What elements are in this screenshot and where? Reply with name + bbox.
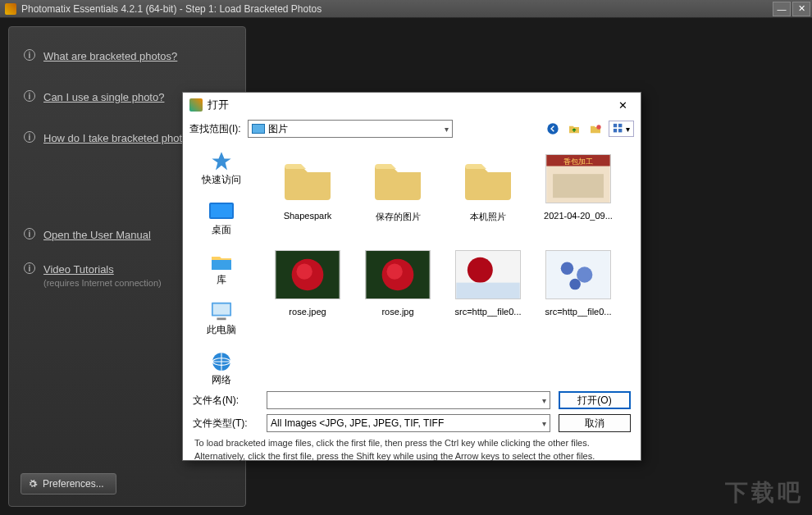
svg-point-23 — [386, 263, 402, 279]
back-icon[interactable] — [545, 121, 561, 137]
image-item[interactable]: src=http__file0... — [539, 244, 618, 317]
image-thumbnail — [454, 244, 522, 305]
item-label: rose.jpg — [381, 307, 413, 317]
svg-rect-5 — [618, 129, 622, 132]
image-thumbnail — [363, 244, 432, 305]
filename-label: 文件名(N): — [193, 394, 258, 408]
folder-item[interactable]: 保存的图片 — [358, 148, 437, 223]
preferences-button[interactable]: Preferences... — [21, 473, 116, 494]
image-item[interactable]: 香包加工2021-04-20_09... — [539, 148, 618, 223]
lookin-value: 图片 — [268, 122, 288, 136]
cancel-button[interactable]: 取消 — [559, 414, 631, 432]
folder-icon — [454, 148, 522, 209]
item-label: Shapespark — [284, 211, 332, 221]
open-button[interactable]: 打开(O) — [559, 391, 631, 409]
dialog-title: 打开 — [208, 98, 229, 112]
svg-rect-10 — [213, 304, 230, 315]
tip-line-1: To load bracketed image files, click the… — [193, 437, 631, 449]
item-label: rose.jpeg — [289, 307, 326, 317]
item-label: 2021-04-20_09... — [544, 211, 613, 221]
info-icon: i — [24, 49, 35, 61]
places-bar: 快速访问桌面库此电脑网络 — [183, 140, 260, 386]
place-thispc[interactable]: 此电脑 — [183, 295, 260, 345]
svg-point-29 — [577, 267, 592, 282]
place-network[interactable]: 网络 — [183, 345, 260, 395]
item-label: src=http__file0... — [454, 307, 521, 317]
place-label: 此电脑 — [207, 323, 236, 337]
image-thumbnail — [544, 244, 613, 305]
info-icon: i — [24, 131, 35, 143]
svg-point-28 — [561, 262, 573, 275]
item-label: src=http__file0... — [545, 307, 611, 317]
filetype-label: 文件类型(T): — [193, 417, 258, 431]
preferences-label: Preferences... — [43, 478, 104, 490]
place-desktop[interactable]: 桌面 — [183, 195, 260, 245]
svg-point-0 — [547, 123, 558, 134]
view-menu-button[interactable]: ▾ — [609, 121, 634, 137]
folder-icon — [273, 148, 342, 209]
up-one-level-icon[interactable] — [566, 121, 582, 137]
network-icon — [208, 350, 235, 373]
item-label: 保存的图片 — [376, 211, 421, 223]
svg-rect-11 — [217, 317, 226, 320]
new-folder-icon[interactable] — [587, 121, 604, 137]
place-label: 库 — [217, 273, 226, 287]
close-button[interactable]: ✕ — [792, 2, 810, 16]
svg-rect-26 — [456, 283, 519, 299]
folder-item[interactable]: 本机照片 — [449, 148, 527, 223]
filetype-combo[interactable]: All Images <JPG, JPE, JPEG, TIF, TIFF ▾ — [267, 414, 550, 432]
svg-point-25 — [468, 258, 493, 283]
place-library[interactable]: 库 — [183, 245, 260, 295]
svg-point-30 — [569, 279, 581, 290]
titlebar: Photomatix Essentials 4.2.1 (64-bit) - S… — [0, 0, 812, 18]
thispc-icon — [208, 300, 235, 323]
item-label: 本机照片 — [470, 211, 506, 223]
gear-icon — [28, 479, 38, 489]
file-open-dialog: 打开 ✕ 查找范围(I): 图片 ▾ ▾ 快速访问桌面库此电脑网络 Shapes… — [182, 92, 641, 461]
file-list[interactable]: Shapespark保存的图片本机照片香包加工2021-04-20_09... … — [260, 140, 641, 386]
place-quick[interactable]: 快速访问 — [183, 145, 260, 195]
desktop-icon — [208, 200, 235, 223]
image-thumbnail: 香包加工 — [544, 148, 613, 209]
lookin-label: 查找范围(I): — [189, 122, 241, 136]
folder-icon — [363, 148, 432, 209]
info-icon: i — [24, 228, 35, 239]
filename-input[interactable]: ▾ — [267, 391, 550, 409]
chevron-down-icon: ▾ — [445, 125, 449, 134]
image-item[interactable]: rose.jpeg — [268, 244, 347, 317]
svg-text:香包加工: 香包加工 — [563, 157, 593, 166]
dialog-titlebar: 打开 ✕ — [183, 93, 641, 117]
place-label: 网络 — [212, 373, 231, 387]
chevron-down-icon: ▾ — [626, 125, 630, 134]
help-link[interactable]: Video Tutorials — [43, 263, 114, 276]
pictures-folder-icon — [252, 124, 265, 134]
svg-rect-4 — [614, 129, 617, 132]
window-title: Photomatix Essentials 4.2.1 (64-bit) - S… — [21, 3, 322, 15]
library-icon — [208, 250, 235, 273]
image-item[interactable]: rose.jpg — [358, 244, 437, 317]
help-link[interactable]: What are bracketed photos? — [43, 50, 177, 62]
app-icon — [5, 3, 16, 15]
dialog-icon — [189, 98, 203, 112]
chevron-down-icon: ▾ — [542, 396, 546, 405]
dialog-close-button[interactable]: ✕ — [611, 96, 634, 114]
svg-rect-3 — [618, 124, 622, 127]
quick-icon — [208, 150, 235, 173]
help-link[interactable]: Open the User Manual — [43, 229, 151, 241]
svg-rect-2 — [614, 124, 617, 127]
help-sublabel: (requires Internet connection) — [43, 278, 162, 288]
svg-point-20 — [296, 263, 312, 279]
place-label: 桌面 — [212, 223, 231, 237]
image-item[interactable]: src=http__file0... — [449, 244, 527, 317]
info-icon: i — [24, 90, 35, 102]
dialog-toolbar: 查找范围(I): 图片 ▾ ▾ — [183, 117, 641, 140]
help-link[interactable]: How do I take bracketed photos? — [43, 132, 199, 144]
svg-rect-17 — [553, 174, 604, 198]
help-link[interactable]: Can I use a single photo? — [43, 91, 164, 103]
chevron-down-icon: ▾ — [542, 419, 546, 428]
image-thumbnail — [273, 244, 342, 305]
info-icon: i — [24, 262, 35, 274]
folder-item[interactable]: Shapespark — [268, 148, 347, 223]
lookin-combo[interactable]: 图片 ▾ — [248, 120, 453, 138]
minimize-button[interactable]: — — [773, 2, 791, 16]
